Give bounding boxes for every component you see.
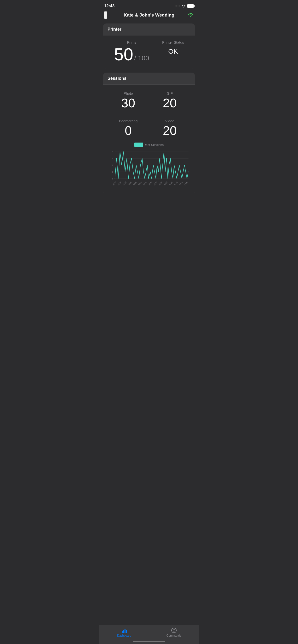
- signal-dot-4: [179, 6, 180, 6]
- tab-bar-spacer: [103, 198, 195, 217]
- video-value: 20: [163, 124, 177, 137]
- svg-text:07:35: 07:35: [123, 181, 127, 186]
- svg-text:11:20: 11:20: [169, 181, 173, 186]
- prints-label: Prints: [127, 40, 136, 44]
- svg-text:12:40: 12:40: [184, 181, 188, 186]
- wifi-icon: [181, 4, 186, 8]
- wifi-status-indicator: [188, 12, 194, 18]
- svg-text:0: 0: [112, 177, 113, 180]
- svg-text:10:30: 10:30: [158, 181, 163, 186]
- printer-status-stat: Printer Status OK: [162, 40, 184, 55]
- printer-card-header: Printer: [103, 24, 195, 36]
- signal-dot-3: [178, 6, 179, 6]
- svg-text:11:45: 11:45: [174, 181, 178, 186]
- page-title: Kate & John's Wedding: [123, 12, 174, 18]
- svg-text:09:15: 09:15: [143, 181, 147, 186]
- svg-text:08:25: 08:25: [133, 181, 137, 186]
- sessions-card-header: Sessions: [103, 72, 195, 84]
- photo-value: 30: [121, 97, 135, 109]
- sessions-card: Sessions Photo 30 GIF 20 Boomerang 0 Vid…: [103, 72, 195, 194]
- main-content: Printer Prints 50 / 100 Printer Status O…: [99, 20, 199, 220]
- prints-divider: / 100: [134, 54, 149, 62]
- svg-text:10:55: 10:55: [164, 181, 168, 186]
- nav-bar: ‹ Kate & John's Wedding: [99, 10, 199, 20]
- gif-label: GIF: [167, 91, 173, 95]
- printer-status-value: OK: [168, 48, 178, 55]
- gif-value: 20: [163, 97, 177, 109]
- printer-section-title: Printer: [107, 27, 121, 32]
- status-icons: [175, 4, 194, 8]
- gif-stat: GIF 20: [149, 89, 191, 111]
- status-bar: 12:43: [99, 0, 199, 10]
- prints-current: 50: [114, 46, 133, 63]
- boomerang-value: 0: [125, 124, 132, 137]
- boomerang-label: Boomerang: [119, 119, 138, 123]
- back-button[interactable]: ‹: [104, 11, 107, 19]
- svg-text:3: 3: [112, 158, 113, 160]
- video-label: Video: [165, 119, 174, 123]
- svg-text:10:05: 10:05: [153, 181, 158, 186]
- prints-stat: Prints 50 / 100: [114, 40, 149, 63]
- printer-card: Printer Prints 50 / 100 Printer Status O…: [103, 24, 195, 69]
- battery-icon: [187, 4, 194, 8]
- sessions-chart-container: # of Sessions 0 1 2 3: [107, 141, 191, 188]
- printer-status-label: Printer Status: [162, 40, 184, 44]
- sessions-grid: Photo 30 GIF 20 Boomerang 0 Video 20: [107, 89, 191, 141]
- sessions-section-title: Sessions: [107, 76, 126, 81]
- svg-text:08:50: 08:50: [138, 181, 142, 186]
- battery-fill: [188, 5, 193, 7]
- svg-text:2: 2: [112, 164, 113, 167]
- photo-stat: Photo 30: [107, 89, 149, 111]
- signal-dot-2: [176, 6, 177, 6]
- printer-stats-row: Prints 50 / 100 Printer Status OK: [107, 40, 191, 63]
- legend-label: # of Sessions: [145, 143, 164, 146]
- status-time: 12:43: [104, 4, 114, 8]
- legend-box: [134, 142, 143, 147]
- svg-text:1: 1: [112, 170, 113, 173]
- printer-card-body: Prints 50 / 100 Printer Status OK: [103, 36, 195, 69]
- signal-dots: [175, 6, 180, 6]
- svg-text:4: 4: [112, 151, 113, 153]
- chart-svg: 0 1 2 3 4 06:45 07:10 07:35 08:00 08:25: [108, 149, 190, 188]
- svg-text:12:10: 12:10: [179, 181, 183, 186]
- photo-label: Photo: [123, 91, 133, 95]
- svg-text:09:40: 09:40: [148, 181, 153, 186]
- svg-text:06:45: 06:45: [112, 181, 117, 186]
- svg-text:08:00: 08:00: [128, 181, 132, 186]
- video-stat: Video 20: [149, 117, 191, 139]
- svg-text:07:10: 07:10: [117, 181, 122, 186]
- signal-dot-1: [175, 6, 176, 6]
- prints-display: 50 / 100: [114, 46, 149, 63]
- sessions-card-body: Photo 30 GIF 20 Boomerang 0 Video 20: [103, 84, 195, 194]
- chart-area: 0 1 2 3 4 06:45 07:10 07:35 08:00 08:25: [108, 149, 190, 188]
- boomerang-stat: Boomerang 0: [107, 117, 149, 139]
- chart-legend: # of Sessions: [108, 142, 190, 147]
